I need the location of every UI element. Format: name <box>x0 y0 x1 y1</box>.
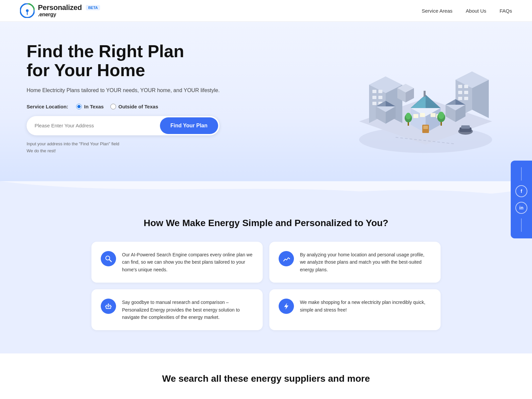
svg-rect-47 <box>431 113 436 117</box>
card-text-2: By analyzing your home location and pers… <box>300 251 431 273</box>
svg-point-69 <box>108 304 109 305</box>
facebook-button[interactable]: f <box>515 185 527 197</box>
apge-logo: APG&E <box>96 397 136 399</box>
card-icon-3 <box>101 299 116 314</box>
hero-content: Find the Right Plan for Your Home Home E… <box>27 42 220 155</box>
how-section-title: How We Make Energy Simple and Personaliz… <box>27 218 505 228</box>
nav-about-us[interactable]: About Us <box>466 8 486 14</box>
radio-group: In Texas Outside of Texas <box>76 104 158 109</box>
nav-faqs[interactable]: FAQs <box>499 8 512 14</box>
feature-card-2: By analyzing your home location and pers… <box>269 242 441 283</box>
logo-sub: .energy <box>38 12 100 18</box>
search-icon <box>105 255 112 262</box>
service-location-label: Service Location: <box>27 104 68 109</box>
service-location: Service Location: In Texas Outside of Te… <box>27 104 220 109</box>
radio-outside-texas-input[interactable] <box>110 104 116 109</box>
pulse-logo: PULSE POWER <box>216 397 249 399</box>
lightning-icon <box>283 303 290 310</box>
svg-rect-21 <box>464 91 468 94</box>
supplier-pulse: PULSE POWER <box>216 397 249 399</box>
svg-rect-19 <box>464 85 468 88</box>
radio-in-texas[interactable]: In Texas <box>76 104 104 109</box>
social-line-bottom <box>521 218 522 232</box>
wave-divider <box>0 181 532 198</box>
feature-card-1: Our AI-Powered Search Engine compares ev… <box>91 242 263 283</box>
hero-section: Find the Right Plan for Your Home Home E… <box>0 22 532 181</box>
chariot-logo: ✦ ✦ CHARIOT ENERGY <box>323 397 369 399</box>
hint-text: Input your address into the "Find Your P… <box>27 141 220 155</box>
hero-subtitle: Home Electricity Plans tailored to YOUR … <box>27 86 220 94</box>
svg-rect-23 <box>464 97 468 100</box>
card-icon-4 <box>279 299 294 314</box>
constellation-logo: Constellation. <box>386 397 436 399</box>
rhythm-logo: rhythm energy <box>266 397 306 399</box>
svg-rect-44 <box>423 126 428 129</box>
svg-rect-18 <box>458 85 462 88</box>
analyze-icon <box>283 255 290 262</box>
svg-rect-9 <box>372 90 376 93</box>
linkedin-button[interactable]: in <box>515 202 527 214</box>
suppliers-section: We search all these energy suppliers and… <box>0 353 532 399</box>
logo: Personalized BETA .energy <box>20 3 100 18</box>
svg-rect-61 <box>461 125 470 129</box>
svg-rect-10 <box>378 90 382 93</box>
suppliers-logos: APG&E CHAMPION ENERGY SERVICES A Calpine… <box>27 397 505 399</box>
robot-icon <box>105 303 112 310</box>
radio-outside-texas[interactable]: Outside of Texas <box>110 104 158 109</box>
radio-in-texas-input[interactable] <box>76 104 82 109</box>
svg-rect-46 <box>420 113 425 117</box>
svg-rect-68 <box>108 306 109 307</box>
svg-rect-67 <box>107 306 108 307</box>
supplier-champion: CHAMPION ENERGY SERVICES A Calpine Compa… <box>153 397 200 399</box>
svg-rect-58 <box>424 91 426 97</box>
supplier-apge: APG&E <box>96 397 136 399</box>
social-line-top <box>521 167 522 181</box>
social-sidebar: f in <box>511 161 532 238</box>
address-input[interactable] <box>27 117 160 134</box>
feature-cards-grid: Our AI-Powered Search Engine compares ev… <box>91 242 441 330</box>
logo-name: Personalized <box>38 4 82 12</box>
card-icon-2 <box>279 251 294 266</box>
svg-rect-22 <box>458 97 462 100</box>
find-plan-button[interactable]: Find Your Plan <box>160 117 218 134</box>
beta-badge: BETA <box>86 5 100 10</box>
nav-service-areas[interactable]: Service Areas <box>422 8 453 14</box>
card-text-4: We make shopping for a new electricity p… <box>300 299 431 314</box>
svg-point-51 <box>438 112 444 119</box>
feature-card-4: We make shopping for a new electricity p… <box>269 289 441 330</box>
supplier-chariot: ✦ ✦ CHARIOT ENERGY <box>323 397 369 399</box>
card-text-3: Say goodbye to manual research and compa… <box>122 299 253 321</box>
supplier-rhythm: rhythm energy <box>266 397 306 399</box>
how-section: How We Make Energy Simple and Personaliz… <box>0 198 532 353</box>
hero-title: Find the Right Plan for Your Home <box>27 42 220 80</box>
card-text-1: Our AI-Powered Search Engine compares ev… <box>122 251 253 273</box>
svg-point-54 <box>406 113 411 119</box>
supplier-apge-text: APG&E <box>96 397 136 399</box>
svg-rect-12 <box>378 96 382 99</box>
logo-text: Personalized BETA .energy <box>38 4 100 18</box>
feature-card-3: Say goodbye to manual research and compa… <box>91 289 263 330</box>
logo-icon <box>20 3 35 18</box>
city-svg <box>349 42 502 155</box>
svg-marker-32 <box>446 99 456 105</box>
svg-rect-13 <box>372 102 376 105</box>
main-nav: Service Areas About Us FAQs <box>422 8 512 14</box>
svg-rect-20 <box>458 91 462 94</box>
suppliers-title: We search all these energy suppliers and… <box>27 373 505 384</box>
svg-rect-45 <box>413 114 418 118</box>
header: Personalized BETA .energy Service Areas … <box>0 0 532 22</box>
svg-line-64 <box>109 260 111 262</box>
champion-logo: CHAMPION ENERGY SERVICES A Calpine Compa… <box>153 397 200 399</box>
svg-rect-11 <box>372 96 376 99</box>
card-icon-1 <box>101 251 116 266</box>
hero-illustration <box>346 42 505 155</box>
supplier-constellation: Constellation. <box>386 397 436 399</box>
address-search-bar: Find Your Plan <box>27 116 219 135</box>
